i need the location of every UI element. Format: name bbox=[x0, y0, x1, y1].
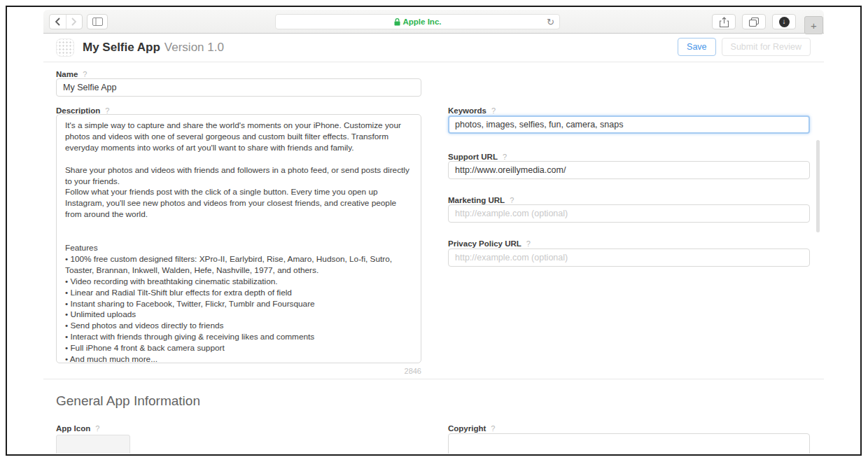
toolbar-right-group: ↓ bbox=[712, 14, 796, 29]
copyright-label: Copyright? bbox=[448, 424, 495, 433]
address-site: Apple Inc. bbox=[394, 18, 442, 26]
nav-button-group bbox=[49, 14, 83, 29]
app-icon-help-icon[interactable]: ? bbox=[95, 424, 99, 433]
privacy-url-label: Privacy Policy URL? bbox=[448, 239, 531, 248]
privacy-url-input[interactable] bbox=[448, 248, 810, 267]
save-button[interactable]: Save bbox=[678, 38, 716, 56]
privacy-url-help-icon[interactable]: ? bbox=[526, 239, 531, 248]
back-chevron-icon bbox=[55, 18, 61, 26]
tabs-icon bbox=[749, 18, 759, 27]
forward-chevron-icon bbox=[71, 18, 77, 26]
description-textarea[interactable]: It's a simple way to capture and share t… bbox=[56, 114, 421, 363]
refresh-button[interactable]: ↻ bbox=[547, 17, 554, 27]
submit-for-review-button[interactable]: Submit for Review bbox=[722, 38, 811, 56]
support-url-input[interactable] bbox=[448, 161, 810, 179]
name-label: Name? bbox=[56, 70, 87, 78]
keywords-input[interactable] bbox=[448, 115, 810, 134]
general-app-information-heading: General App Information bbox=[56, 393, 200, 409]
marketing-url-help-icon[interactable]: ? bbox=[510, 196, 514, 204]
header-actions: Save Submit for Review bbox=[678, 38, 811, 56]
keywords-help-icon[interactable]: ? bbox=[491, 106, 496, 115]
section-divider bbox=[43, 379, 824, 379]
downloads-button[interactable]: ↓ bbox=[772, 14, 796, 29]
keywords-label: Keywords? bbox=[448, 106, 496, 115]
name-help-icon[interactable]: ? bbox=[83, 70, 87, 78]
browser-toolbar: Apple Inc. ↻ bbox=[43, 10, 824, 34]
page-title: My Selfie AppVersion 1.0 bbox=[83, 41, 224, 55]
back-button[interactable] bbox=[50, 15, 66, 29]
marketing-url-input[interactable] bbox=[448, 204, 810, 223]
app-version: Version 1.0 bbox=[164, 41, 224, 54]
address-site-label: Apple Inc. bbox=[403, 18, 442, 26]
share-icon bbox=[720, 17, 729, 27]
sidebar-toggle-button[interactable] bbox=[87, 14, 108, 29]
new-tab-button[interactable]: + bbox=[804, 16, 823, 34]
support-url-label: Support URL? bbox=[448, 153, 507, 161]
app-icon-label: App Icon? bbox=[56, 424, 99, 433]
description-char-count: 2846 bbox=[56, 367, 421, 375]
marketing-url-label: Marketing URL? bbox=[448, 196, 514, 204]
lock-icon bbox=[394, 18, 400, 26]
address-bar[interactable]: Apple Inc. ↻ bbox=[275, 14, 560, 29]
tab-overview-button[interactable] bbox=[742, 14, 766, 29]
app-icon-upload-box[interactable] bbox=[56, 435, 130, 454]
name-input[interactable] bbox=[56, 78, 421, 97]
support-url-help-icon[interactable]: ? bbox=[503, 153, 507, 161]
app-icon-placeholder-icon bbox=[56, 38, 74, 57]
forward-button[interactable] bbox=[66, 15, 83, 29]
download-icon: ↓ bbox=[779, 17, 790, 27]
safari-window: Apple Inc. ↻ bbox=[43, 10, 824, 454]
app-header: My Selfie AppVersion 1.0 Save Submit for… bbox=[43, 34, 824, 62]
screenshot-stage: Apple Inc. ↻ bbox=[0, 0, 868, 462]
scrollbar-thumb[interactable] bbox=[816, 140, 820, 232]
copyright-input[interactable] bbox=[448, 433, 810, 454]
sidebar-icon bbox=[92, 18, 103, 26]
share-button[interactable] bbox=[712, 14, 736, 29]
copyright-help-icon[interactable]: ? bbox=[491, 424, 495, 433]
app-name: My Selfie App bbox=[83, 41, 160, 54]
